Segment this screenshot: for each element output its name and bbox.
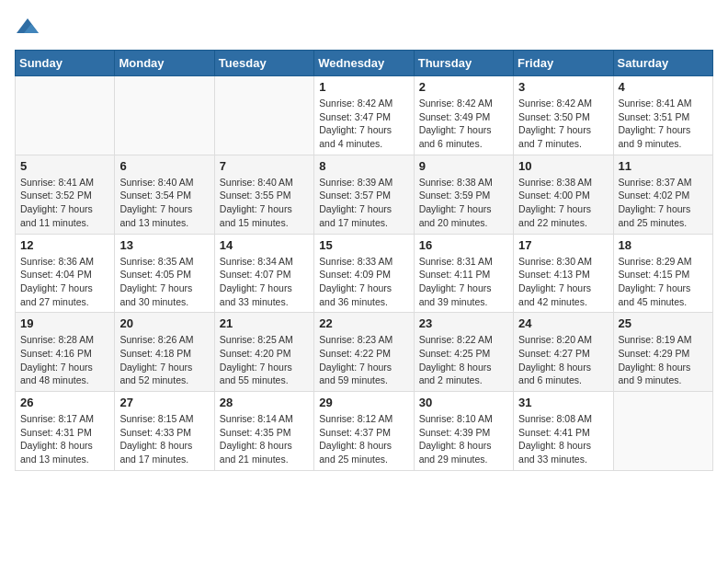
calendar-cell: 31Sunrise: 8:08 AM Sunset: 4:41 PM Dayli…	[514, 392, 613, 471]
day-info: Sunrise: 8:40 AM Sunset: 3:54 PM Dayligh…	[119, 176, 209, 230]
day-info: Sunrise: 8:29 AM Sunset: 4:15 PM Dayligh…	[619, 255, 708, 309]
day-number: 27	[119, 396, 209, 409]
calendar-cell	[115, 76, 214, 155]
day-number: 15	[319, 238, 408, 252]
calendar-cell: 5Sunrise: 8:41 AM Sunset: 3:52 PM Daylig…	[16, 155, 115, 234]
calendar-cell: 23Sunrise: 8:22 AM Sunset: 4:25 PM Dayli…	[414, 313, 513, 392]
calendar-week-row: 26Sunrise: 8:17 AM Sunset: 4:31 PM Dayli…	[16, 392, 713, 471]
day-number: 8	[319, 159, 408, 173]
day-info: Sunrise: 8:38 AM Sunset: 4:00 PM Dayligh…	[518, 176, 608, 230]
calendar-week-row: 1Sunrise: 8:42 AM Sunset: 3:47 PM Daylig…	[16, 76, 713, 155]
calendar-cell: 22Sunrise: 8:23 AM Sunset: 4:22 PM Dayli…	[314, 313, 414, 392]
day-info: Sunrise: 8:31 AM Sunset: 4:11 PM Dayligh…	[419, 255, 508, 309]
day-number: 7	[220, 159, 309, 173]
day-number: 22	[319, 316, 408, 330]
calendar-day-header: Tuesday	[214, 51, 313, 76]
day-number: 30	[419, 396, 508, 409]
day-info: Sunrise: 8:20 AM Sunset: 4:27 PM Dayligh…	[518, 333, 608, 387]
calendar-day-header: Saturday	[613, 51, 712, 76]
calendar-week-row: 5Sunrise: 8:41 AM Sunset: 3:52 PM Daylig…	[16, 155, 713, 234]
calendar-cell: 24Sunrise: 8:20 AM Sunset: 4:27 PM Dayli…	[514, 313, 613, 392]
day-info: Sunrise: 8:41 AM Sunset: 3:52 PM Dayligh…	[20, 176, 109, 230]
calendar-cell: 2Sunrise: 8:42 AM Sunset: 3:49 PM Daylig…	[414, 76, 513, 155]
calendar-cell: 29Sunrise: 8:12 AM Sunset: 4:37 PM Dayli…	[314, 392, 414, 471]
day-info: Sunrise: 8:40 AM Sunset: 3:55 PM Dayligh…	[220, 176, 309, 230]
day-info: Sunrise: 8:12 AM Sunset: 4:37 PM Dayligh…	[319, 412, 408, 466]
day-number: 12	[20, 238, 109, 252]
calendar-cell: 8Sunrise: 8:39 AM Sunset: 3:57 PM Daylig…	[314, 155, 414, 234]
calendar-cell: 16Sunrise: 8:31 AM Sunset: 4:11 PM Dayli…	[414, 234, 513, 313]
day-info: Sunrise: 8:37 AM Sunset: 4:02 PM Dayligh…	[619, 176, 708, 230]
day-number: 20	[119, 316, 209, 330]
day-number: 6	[119, 159, 209, 173]
day-number: 25	[619, 316, 708, 330]
day-number: 13	[119, 238, 209, 252]
logo	[15, 15, 44, 40]
calendar-week-row: 19Sunrise: 8:28 AM Sunset: 4:16 PM Dayli…	[16, 313, 713, 392]
calendar-cell: 18Sunrise: 8:29 AM Sunset: 4:15 PM Dayli…	[613, 234, 712, 313]
day-number: 5	[20, 159, 109, 173]
day-info: Sunrise: 8:41 AM Sunset: 3:51 PM Dayligh…	[619, 97, 708, 151]
day-info: Sunrise: 8:22 AM Sunset: 4:25 PM Dayligh…	[419, 333, 508, 387]
day-number: 4	[619, 80, 708, 94]
calendar-cell: 30Sunrise: 8:10 AM Sunset: 4:39 PM Dayli…	[414, 392, 513, 471]
calendar-cell: 19Sunrise: 8:28 AM Sunset: 4:16 PM Dayli…	[16, 313, 115, 392]
day-number: 9	[419, 159, 508, 173]
calendar-cell: 7Sunrise: 8:40 AM Sunset: 3:55 PM Daylig…	[214, 155, 313, 234]
calendar-cell: 6Sunrise: 8:40 AM Sunset: 3:54 PM Daylig…	[115, 155, 214, 234]
day-number: 14	[220, 238, 309, 252]
day-info: Sunrise: 8:42 AM Sunset: 3:49 PM Dayligh…	[419, 97, 508, 151]
day-info: Sunrise: 8:35 AM Sunset: 4:05 PM Dayligh…	[119, 255, 209, 309]
calendar-cell: 13Sunrise: 8:35 AM Sunset: 4:05 PM Dayli…	[115, 234, 214, 313]
day-info: Sunrise: 8:19 AM Sunset: 4:29 PM Dayligh…	[619, 333, 708, 387]
calendar-cell: 11Sunrise: 8:37 AM Sunset: 4:02 PM Dayli…	[613, 155, 712, 234]
calendar-cell: 28Sunrise: 8:14 AM Sunset: 4:35 PM Dayli…	[214, 392, 313, 471]
day-number: 29	[319, 396, 408, 409]
calendar-cell: 14Sunrise: 8:34 AM Sunset: 4:07 PM Dayli…	[214, 234, 313, 313]
day-number: 23	[419, 316, 508, 330]
calendar-cell	[16, 76, 115, 155]
calendar-cell: 1Sunrise: 8:42 AM Sunset: 3:47 PM Daylig…	[314, 76, 414, 155]
day-number: 3	[518, 80, 608, 94]
day-info: Sunrise: 8:30 AM Sunset: 4:13 PM Dayligh…	[518, 255, 608, 309]
day-info: Sunrise: 8:23 AM Sunset: 4:22 PM Dayligh…	[319, 333, 408, 387]
calendar-cell: 3Sunrise: 8:42 AM Sunset: 3:50 PM Daylig…	[514, 76, 613, 155]
day-number: 31	[518, 396, 608, 409]
calendar-cell: 10Sunrise: 8:38 AM Sunset: 4:00 PM Dayli…	[514, 155, 613, 234]
day-info: Sunrise: 8:25 AM Sunset: 4:20 PM Dayligh…	[220, 333, 309, 387]
day-info: Sunrise: 8:38 AM Sunset: 3:59 PM Dayligh…	[419, 176, 508, 230]
day-info: Sunrise: 8:10 AM Sunset: 4:39 PM Dayligh…	[419, 412, 508, 466]
calendar-cell: 25Sunrise: 8:19 AM Sunset: 4:29 PM Dayli…	[613, 313, 712, 392]
day-info: Sunrise: 8:39 AM Sunset: 3:57 PM Dayligh…	[319, 176, 408, 230]
day-info: Sunrise: 8:33 AM Sunset: 4:09 PM Dayligh…	[319, 255, 408, 309]
day-number: 10	[518, 159, 608, 173]
day-info: Sunrise: 8:28 AM Sunset: 4:16 PM Dayligh…	[20, 333, 109, 387]
calendar-cell: 15Sunrise: 8:33 AM Sunset: 4:09 PM Dayli…	[314, 234, 414, 313]
day-number: 21	[220, 316, 309, 330]
calendar-cell	[613, 392, 712, 471]
calendar-table: SundayMondayTuesdayWednesdayThursdayFrid…	[15, 50, 713, 471]
calendar-cell: 26Sunrise: 8:17 AM Sunset: 4:31 PM Dayli…	[16, 392, 115, 471]
day-info: Sunrise: 8:42 AM Sunset: 3:47 PM Dayligh…	[319, 97, 408, 151]
day-number: 18	[619, 238, 708, 252]
calendar-cell: 27Sunrise: 8:15 AM Sunset: 4:33 PM Dayli…	[115, 392, 214, 471]
calendar-cell: 20Sunrise: 8:26 AM Sunset: 4:18 PM Dayli…	[115, 313, 214, 392]
page-header	[15, 15, 713, 40]
day-info: Sunrise: 8:14 AM Sunset: 4:35 PM Dayligh…	[220, 412, 309, 466]
calendar-cell: 4Sunrise: 8:41 AM Sunset: 3:51 PM Daylig…	[613, 76, 712, 155]
day-number: 17	[518, 238, 608, 252]
calendar-header-row: SundayMondayTuesdayWednesdayThursdayFrid…	[16, 51, 713, 76]
day-info: Sunrise: 8:42 AM Sunset: 3:50 PM Dayligh…	[518, 97, 608, 151]
day-info: Sunrise: 8:36 AM Sunset: 4:04 PM Dayligh…	[20, 255, 109, 309]
day-info: Sunrise: 8:15 AM Sunset: 4:33 PM Dayligh…	[119, 412, 209, 466]
day-info: Sunrise: 8:34 AM Sunset: 4:07 PM Dayligh…	[220, 255, 309, 309]
day-number: 2	[419, 80, 508, 94]
day-number: 11	[619, 159, 708, 173]
calendar-day-header: Thursday	[414, 51, 513, 76]
calendar-week-row: 12Sunrise: 8:36 AM Sunset: 4:04 PM Dayli…	[16, 234, 713, 313]
day-number: 26	[20, 396, 109, 409]
day-number: 28	[220, 396, 309, 409]
calendar-cell: 9Sunrise: 8:38 AM Sunset: 3:59 PM Daylig…	[414, 155, 513, 234]
day-number: 24	[518, 316, 608, 330]
day-info: Sunrise: 8:17 AM Sunset: 4:31 PM Dayligh…	[20, 412, 109, 466]
